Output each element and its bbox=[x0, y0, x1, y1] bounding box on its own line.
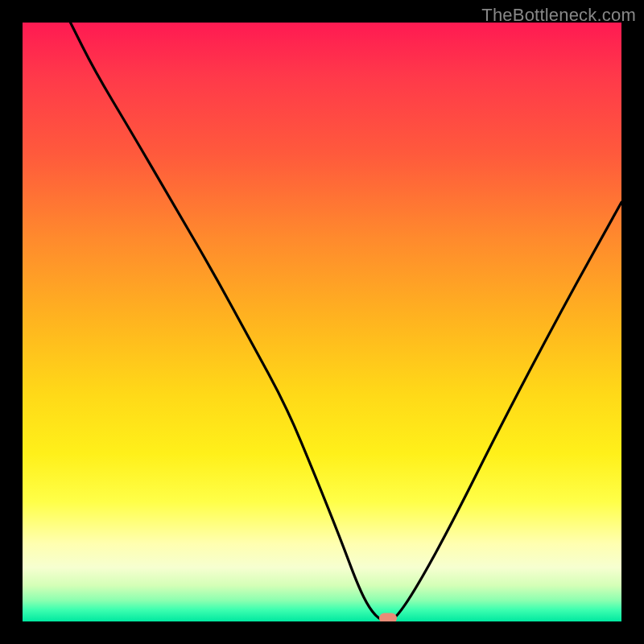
plot-area bbox=[23, 23, 621, 621]
bottleneck-curve bbox=[23, 23, 621, 621]
watermark-text: TheBottleneck.com bbox=[481, 5, 636, 26]
chart-frame: TheBottleneck.com bbox=[0, 0, 644, 644]
bottleneck-marker bbox=[379, 613, 397, 621]
